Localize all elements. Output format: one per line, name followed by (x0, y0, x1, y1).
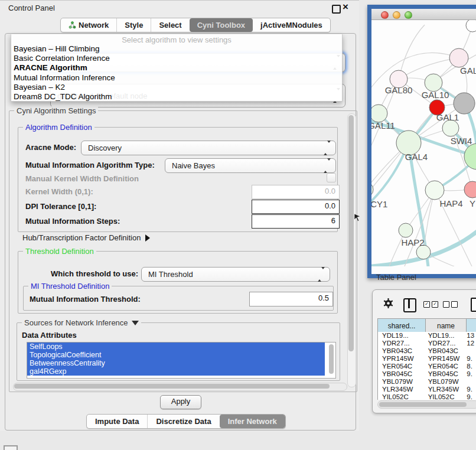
close-icon[interactable]: × (343, 1, 348, 13)
table-row[interactable]: YDL19...YDL19...13 (378, 332, 476, 340)
algorithm-option[interactable]: Basic Correlation Inference (11, 54, 342, 63)
table-row[interactable]: YIL052CYIL052C9. (378, 393, 476, 400)
column-header-shared-name[interactable]: shared... (377, 318, 426, 333)
scrollbar-thumb[interactable] (14, 384, 330, 389)
tab-select[interactable]: Select (151, 18, 189, 32)
attribute-item[interactable]: BetweennessCentrality (27, 359, 325, 367)
table-cell[interactable]: YBR045C (378, 370, 426, 378)
settings-vertical-scrollbar[interactable] (347, 113, 356, 387)
tab-style[interactable]: Style (116, 18, 151, 32)
table-row[interactable]: YBL079WYBL079W (378, 378, 476, 386)
network-node[interactable] (464, 181, 476, 198)
float-window-icon[interactable] (332, 5, 341, 14)
table-cell[interactable]: YBL079W (378, 378, 426, 386)
collapse-arrow-icon[interactable] (132, 321, 139, 325)
tab-discretize-data[interactable]: Discretize Data (147, 415, 219, 428)
table-cell[interactable]: 8. (465, 363, 476, 370)
table-cell[interactable]: 9. (465, 355, 476, 363)
table-horizontal-scrollbar[interactable] (377, 400, 476, 409)
deselect-all-icon[interactable] (443, 301, 459, 312)
table-cell[interactable]: YDL19... (378, 332, 426, 340)
mi-algorithm-type-combo[interactable]: Naive Bayes (165, 158, 336, 173)
table-row[interactable]: YDR27...YDR27...12 (378, 340, 476, 347)
table-row[interactable]: YPR145WYPR145W9. (378, 355, 476, 363)
attribute-item[interactable]: TopologicalCoefficient (27, 351, 325, 359)
minimize-traffic-light-icon[interactable] (393, 11, 400, 19)
table-cell[interactable]: YLR345W (426, 386, 465, 393)
algorithm-option[interactable]: Dream8 DC_TDC Algorithm (11, 92, 342, 102)
table-cell[interactable]: 13 (465, 332, 476, 340)
dock-panel-icon[interactable] (4, 445, 18, 450)
algorithm-option[interactable]: Bayesian – Hill Climbing (11, 44, 342, 54)
tab-network[interactable]: Network (61, 18, 116, 32)
table-cell[interactable] (465, 378, 476, 386)
data-attributes-list[interactable]: SelfLoopsTopologicalCoefficientBetweenne… (27, 342, 336, 379)
network-node[interactable] (399, 223, 413, 237)
table-cell[interactable]: YIL052C (378, 393, 426, 400)
network-node[interactable] (371, 105, 387, 122)
select-all-icon[interactable]: ✓✓ (423, 301, 440, 312)
settings-horizontal-scrollbar[interactable] (13, 383, 347, 391)
table-cell[interactable]: YBR043C (426, 347, 465, 355)
attribute-item[interactable]: SelfLoops (27, 343, 325, 351)
table-cell[interactable] (465, 347, 476, 355)
network-node[interactable] (442, 120, 459, 136)
scrollbar-thumb[interactable] (348, 115, 354, 351)
table-cell[interactable]: YBR043C (378, 347, 426, 355)
network-node[interactable] (466, 20, 476, 32)
table-cell[interactable]: YER054C (378, 363, 426, 370)
table-cell[interactable]: YIL052C (426, 393, 465, 400)
scrollbar-thumb[interactable] (329, 344, 334, 374)
mi-threshold-field[interactable]: 0.5 (249, 292, 333, 306)
which-threshold-combo[interactable]: MI Threshold (141, 267, 330, 282)
tab-infer-network[interactable]: Infer Network (220, 415, 285, 428)
table-cell[interactable]: YBL079W (426, 378, 465, 386)
table-cell[interactable]: YPR145W (378, 355, 426, 363)
network-node[interactable] (449, 48, 468, 67)
table-cell[interactable]: 9. (465, 386, 476, 393)
network-node[interactable] (464, 144, 476, 169)
table-cell[interactable]: YDR27... (426, 340, 465, 347)
table-cell[interactable]: YDL19... (426, 332, 465, 340)
column-header-name[interactable]: name (426, 318, 467, 333)
table-row[interactable]: YER054CYER054C8. (378, 363, 476, 370)
kernel-width-field[interactable]: 0.0 (252, 185, 340, 199)
table-row[interactable]: YLR345WYLR345W9. (378, 386, 476, 393)
algorithm-option[interactable]: Bayesian – K2 (11, 83, 342, 92)
manual-kernel-width-checkbox[interactable] (327, 173, 336, 182)
table-cell[interactable]: YER054C (426, 363, 465, 370)
table-cell[interactable]: YPR145W (426, 355, 465, 363)
gear-icon[interactable] (383, 298, 393, 311)
column-header-partial[interactable] (467, 318, 476, 333)
algorithm-option[interactable]: Mutual Information Inference (11, 73, 342, 83)
tab-jactivemnodules[interactable]: jActiveMNodules (253, 18, 330, 32)
close-traffic-light-icon[interactable] (381, 11, 389, 19)
table-cell[interactable]: 12 (465, 340, 476, 347)
table-cell[interactable]: YDR27... (378, 340, 426, 347)
table-row[interactable]: YBR045CYBR045C9. (378, 370, 476, 378)
aracne-mode-combo[interactable]: Discovery (81, 141, 336, 155)
attribute-item[interactable]: gal4RGexp (27, 367, 325, 376)
tab-impute-data[interactable]: Impute Data (87, 415, 147, 428)
tab-cyni-toolbox[interactable]: Cyni Toolbox (190, 18, 253, 32)
zoom-traffic-light-icon[interactable] (405, 11, 412, 19)
table-row[interactable]: YBR043CYBR043C (378, 347, 476, 355)
table-cell[interactable]: 9. (465, 393, 476, 400)
table-cell[interactable]: YBR045C (426, 370, 465, 378)
dpi-tolerance-field[interactable]: 0.0 (252, 200, 340, 214)
columns-icon[interactable] (403, 298, 416, 312)
table-cell[interactable]: 9. (465, 370, 476, 378)
new-table-icon[interactable] (471, 298, 476, 312)
apply-button[interactable]: Apply (160, 395, 201, 409)
scrollbar-thumb[interactable] (379, 402, 467, 407)
network-node[interactable] (425, 74, 442, 92)
table-cell[interactable]: YLR345W (378, 386, 426, 393)
network-canvas[interactable]: GALGAL80GAL10GAL1GAL11SWI4GAL4GCY1HAP4YH… (371, 20, 476, 266)
hub-definition-expander[interactable]: Hub/Transcription Factor Definition (22, 233, 150, 242)
network-node[interactable] (425, 181, 444, 200)
mi-steps-field[interactable]: 6 (252, 214, 340, 229)
network-window-titlebar[interactable] (371, 9, 476, 20)
algorithm-option[interactable]: ARACNE Algorithm (11, 63, 342, 73)
network-node[interactable] (454, 93, 475, 114)
network-node[interactable] (371, 182, 373, 197)
